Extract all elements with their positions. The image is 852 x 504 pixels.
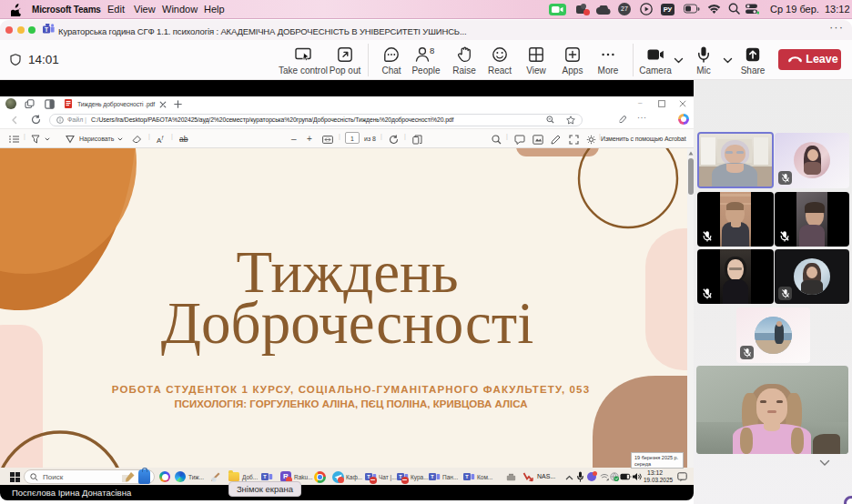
svg-text:8: 8	[430, 45, 434, 55]
svg-text:T: T	[45, 26, 48, 33]
